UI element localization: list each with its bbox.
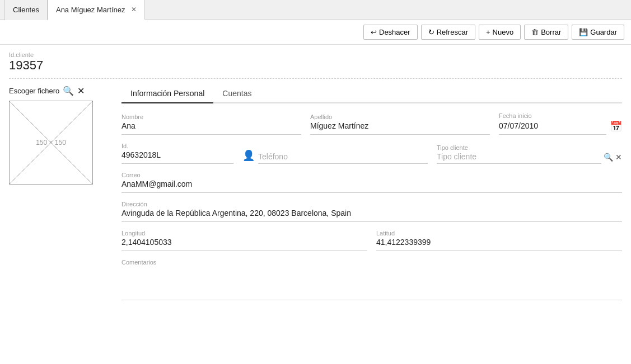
nombre-value[interactable]: Ana (121, 121, 301, 135)
id-value[interactable]: 49632018L (121, 150, 233, 164)
guardar-icon: 💾 (579, 28, 588, 36)
nombre-label: Nombre (121, 114, 301, 120)
tab-clientes[interactable]: Clientes (4, 0, 48, 20)
field-direccion: Dirección Avinguda de la República Argen… (121, 201, 622, 222)
apellido-label: Apellido (310, 114, 490, 120)
form-row-4: Dirección Avinguda de la República Argen… (121, 201, 622, 222)
borrar-button[interactable]: 🗑 Borrar (524, 25, 568, 40)
form-row-2: Id. 49632018L 👤 Tipo cliente (121, 143, 622, 164)
main-content: Id.cliente 19357 Escoger fichero 🔍 ✕ 150… (0, 45, 631, 307)
tab-bar: Clientes Ana Míguez Martínez ✕ (0, 0, 631, 20)
form-row-6: Comentarios (121, 259, 622, 300)
correo-label: Correo (121, 172, 622, 178)
person-icon: 👤 (242, 149, 255, 164)
tipo-cliente-search-icon[interactable]: 🔍 (604, 153, 613, 162)
inner-tabs: Información Personal Cuentas (121, 86, 622, 103)
guardar-label: Guardar (590, 28, 617, 36)
right-panel: Información Personal Cuentas Nombre Ana … (121, 86, 622, 300)
id-cliente-value: 19357 (9, 58, 622, 73)
fecha-value[interactable]: 07/07/2010 (499, 121, 606, 135)
content-row: Escoger fichero 🔍 ✕ 150 × 150 Informació… (9, 86, 622, 300)
tipo-cliente-input[interactable] (437, 152, 601, 164)
refrescar-button[interactable]: ↻ Refrescar (421, 25, 475, 40)
form-row-5: Longitud 2,1404105033 Latitud 41,4122339… (121, 230, 622, 251)
correo-value[interactable]: AnaMM@gmail.com (121, 179, 622, 193)
tipo-cliente-label: Tipo cliente (437, 144, 622, 151)
file-chooser: Escoger fichero 🔍 ✕ (9, 86, 113, 96)
field-correo: Correo AnaMM@gmail.com (121, 172, 622, 193)
direccion-value[interactable]: Avinguda de la República Argentina, 220,… (121, 209, 622, 222)
search-file-icon[interactable]: 🔍 (63, 86, 74, 96)
latitud-label: Latitud (376, 230, 622, 237)
tab-cuentas[interactable]: Cuentas (213, 86, 260, 102)
tab-informacion-personal[interactable]: Información Personal (121, 86, 213, 103)
file-chooser-label: Escoger fichero (9, 87, 59, 95)
comentarios-label: Comentarios (121, 259, 622, 266)
field-latitud: Latitud 41,4122339399 (376, 230, 622, 251)
tab-clientes-label: Clientes (13, 6, 39, 14)
tab-cuentas-label: Cuentas (222, 89, 251, 98)
field-tipo-cliente: Tipo cliente 🔍 ✕ (437, 144, 622, 164)
apellido-value[interactable]: Míguez Martínez (310, 121, 490, 135)
guardar-button[interactable]: 💾 Guardar (572, 25, 624, 40)
borrar-icon: 🗑 (531, 28, 539, 36)
field-id: Id. 49632018L (121, 143, 233, 164)
id-label: Id. (121, 143, 233, 149)
nuevo-button[interactable]: + Nuevo (479, 25, 521, 40)
comentarios-input[interactable] (121, 267, 622, 300)
field-telefono (258, 152, 428, 164)
toolbar: ↩ Deshacer ↻ Refrescar + Nuevo 🗑 Borrar … (0, 20, 631, 45)
telefono-field-group: 👤 (242, 149, 428, 164)
form-grid: Nombre Ana Apellido Míguez Martínez Fech… (121, 112, 622, 300)
field-longitud: Longitud 2,1404105033 (121, 230, 367, 251)
telefono-input[interactable] (258, 152, 428, 164)
id-section: Id.cliente 19357 (9, 51, 622, 79)
deshacer-label: Deshacer (379, 28, 410, 36)
deshacer-icon: ↩ (371, 28, 377, 36)
field-nombre: Nombre Ana (121, 114, 301, 135)
refrescar-label: Refrescar (437, 28, 468, 36)
borrar-label: Borrar (541, 28, 561, 36)
nuevo-icon: + (486, 28, 490, 36)
field-comentarios: Comentarios (121, 259, 622, 300)
direccion-label: Dirección (121, 201, 622, 207)
tab-close-icon[interactable]: ✕ (131, 6, 137, 13)
tab-info-personal-label: Información Personal (130, 89, 204, 98)
left-panel: Escoger fichero 🔍 ✕ 150 × 150 (9, 86, 113, 300)
field-fecha: Fecha inicio 07/07/2010 📅 (499, 112, 622, 135)
image-size-label: 150 × 150 (36, 139, 66, 146)
fecha-label: Fecha inicio (499, 112, 622, 119)
longitud-label: Longitud (121, 230, 367, 237)
form-row-1: Nombre Ana Apellido Míguez Martínez Fech… (121, 112, 622, 135)
calendar-icon[interactable]: 📅 (610, 120, 622, 135)
form-row-3: Correo AnaMM@gmail.com (121, 172, 622, 193)
tab-ana-label: Ana Míguez Martínez (56, 6, 125, 14)
id-cliente-label: Id.cliente (9, 51, 622, 58)
longitud-value[interactable]: 2,1404105033 (121, 238, 367, 251)
deshacer-button[interactable]: ↩ Deshacer (363, 25, 418, 40)
tab-ana[interactable]: Ana Míguez Martínez ✕ (48, 0, 145, 20)
clear-file-icon[interactable]: ✕ (77, 86, 85, 96)
image-placeholder: 150 × 150 (9, 101, 93, 185)
tipo-cliente-actions: 🔍 ✕ (604, 153, 622, 164)
refrescar-icon: ↻ (428, 28, 434, 36)
tipo-cliente-clear-icon[interactable]: ✕ (615, 153, 622, 162)
nuevo-label: Nuevo (493, 28, 514, 36)
field-apellido: Apellido Míguez Martínez (310, 114, 490, 135)
latitud-value[interactable]: 41,4122339399 (376, 238, 622, 251)
